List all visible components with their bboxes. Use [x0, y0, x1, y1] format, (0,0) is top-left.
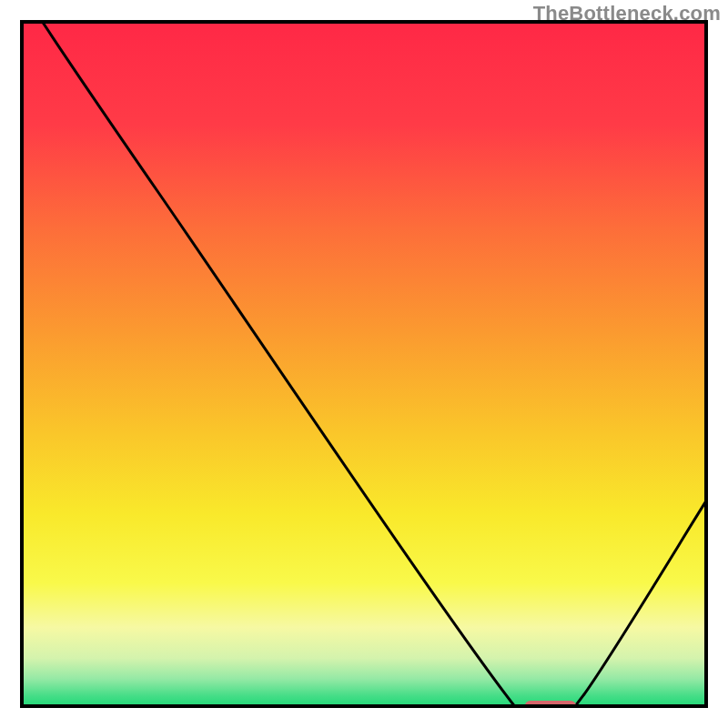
- chart-container: TheBottleneck.com: [0, 0, 728, 728]
- gradient-background: [22, 22, 706, 706]
- watermark-text: TheBottleneck.com: [533, 2, 721, 25]
- bottleneck-chart: [0, 0, 728, 728]
